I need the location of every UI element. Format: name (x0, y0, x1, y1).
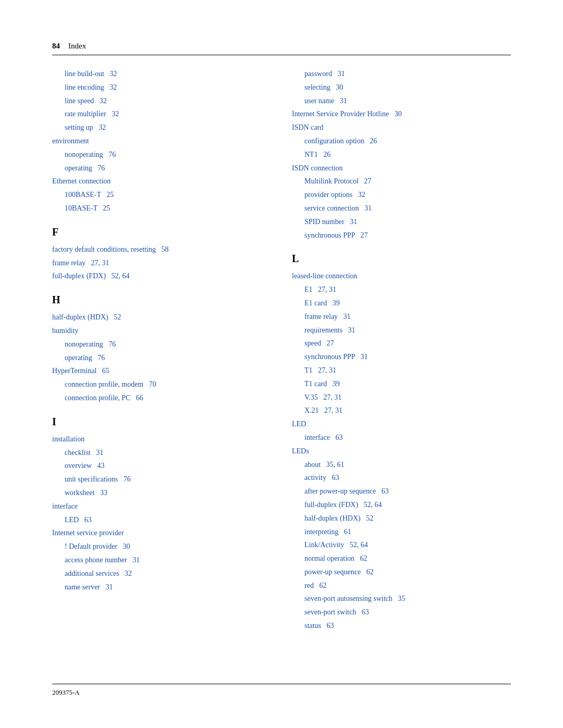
page-header: 84 Index (52, 42, 511, 55)
index-link[interactable]: seven-port autosensing switch 35 (304, 595, 405, 602)
index-link[interactable]: configuration option 26 (304, 137, 377, 145)
index-link[interactable]: synchronous PPP 27 (304, 231, 368, 239)
index-link[interactable]: LED 63 (65, 516, 92, 524)
list-item: seven-port switch 63 (304, 606, 511, 619)
index-link[interactable]: provider options 32 (304, 191, 365, 199)
list-item: unit specifications 76 (65, 473, 261, 486)
index-link[interactable]: ISDN card (292, 124, 323, 131)
index-link[interactable]: Multilink Protocol 27 (304, 177, 371, 185)
index-link[interactable]: Internet service provider (52, 529, 124, 537)
index-link[interactable]: service connection 31 (304, 204, 372, 212)
list-item: humidity (52, 325, 261, 337)
list-item: half-duplex (HDX) 52 (52, 311, 261, 324)
index-link[interactable]: additional services 32 (65, 570, 132, 577)
list-item: Multilink Protocol 27 (304, 175, 511, 188)
index-link[interactable]: connection profile, modem 70 (65, 380, 156, 388)
index-link[interactable]: selecting 30 (304, 83, 343, 91)
index-link[interactable]: ! Default provider 30 (65, 542, 130, 550)
index-link[interactable]: line encoding 32 (65, 83, 117, 91)
list-item: V.35 27, 31 (304, 391, 511, 404)
index-link[interactable]: name server 31 (65, 583, 113, 591)
index-link[interactable]: requirements 31 (304, 326, 356, 334)
index-link[interactable]: worksheet 33 (65, 489, 107, 497)
index-link[interactable]: full-duplex (FDX) 52, 64 (52, 272, 130, 280)
list-item: line encoding 32 (65, 81, 261, 94)
index-link[interactable]: access phone number 31 (65, 556, 140, 564)
index-link[interactable]: V.35 27, 31 (304, 393, 341, 401)
index-link[interactable]: rate multiplier 32 (65, 110, 119, 118)
index-link[interactable]: unit specifications 76 (65, 475, 131, 483)
index-link[interactable]: installation (52, 435, 84, 443)
index-link[interactable]: interface 63 (304, 434, 342, 441)
index-link[interactable]: operating 76 (65, 354, 105, 362)
list-item: ! Default provider 30 (65, 540, 261, 553)
index-link[interactable]: factory default conditions, resetting 58 (52, 245, 169, 253)
list-item: worksheet 33 (65, 487, 261, 499)
index-link[interactable]: Internet Service Provider Hotline 30 (292, 110, 402, 118)
list-item: LEDs (292, 445, 511, 458)
list-item: operating 76 (65, 162, 261, 175)
index-link[interactable]: leased-line connection (292, 272, 358, 280)
list-item: installation (52, 433, 261, 446)
index-link[interactable]: full-duplex (FDX) 52, 64 (304, 501, 382, 509)
list-item: Internet service provider (52, 527, 261, 539)
index-link[interactable]: humidity (52, 327, 79, 335)
index-link[interactable]: T1 card 39 (304, 380, 340, 388)
index-link[interactable]: half-duplex (HDX) 52 (304, 514, 373, 522)
index-link[interactable]: password 31 (304, 70, 345, 78)
list-item: factory default conditions, resetting 58 (52, 243, 261, 256)
list-item: name server 31 (65, 581, 261, 594)
list-item: seven-port autosensing switch 35 (304, 593, 511, 605)
index-link[interactable]: line speed 32 (65, 97, 107, 105)
index-link[interactable]: Link/Activity 52, 64 (304, 541, 368, 549)
index-link[interactable]: setting up 32 (65, 124, 106, 131)
index-link[interactable]: normal operation 62 (304, 554, 368, 562)
footer-text: 209375-A (52, 688, 80, 696)
index-link[interactable]: speed 27 (304, 339, 334, 347)
index-link[interactable]: environment (52, 137, 89, 145)
index-link[interactable]: Ethernet connection (52, 177, 111, 185)
index-link[interactable]: HyperTerminal 65 (52, 367, 109, 375)
index-link[interactable]: 10BASE-T 25 (65, 204, 110, 212)
list-item: interpreting 61 (304, 526, 511, 538)
index-link[interactable]: frame relay 27, 31 (52, 259, 109, 267)
pre-section-left: line build-out 32 line encoding 32 line … (52, 68, 261, 215)
index-link[interactable]: checklist 31 (65, 449, 103, 456)
index-link[interactable]: E1 card 39 (304, 299, 340, 307)
index-link[interactable]: LEDs (292, 447, 309, 455)
index-link[interactable]: after power-up sequence 63 (304, 487, 389, 495)
index-link[interactable]: LED (292, 420, 306, 428)
index-link[interactable]: interface (52, 502, 78, 510)
index-link[interactable]: nonoperating 76 (65, 340, 116, 348)
list-item: 10BASE-T 25 (65, 202, 261, 215)
index-link[interactable]: X.21 27, 31 (304, 406, 342, 414)
index-link[interactable]: line build-out 32 (65, 70, 117, 78)
page-footer: 209375-A (52, 684, 511, 697)
index-link[interactable]: power-up sequence 62 (304, 568, 374, 576)
index-link[interactable]: status 63 (304, 622, 334, 630)
index-link[interactable]: frame relay 31 (304, 313, 351, 320)
index-link[interactable]: connection profile, PC 66 (65, 394, 143, 402)
index-link[interactable]: activity 63 (304, 474, 339, 482)
index-link[interactable]: overview 43 (65, 462, 105, 470)
index-link[interactable]: operating 76 (65, 164, 105, 172)
index-link[interactable]: red 62 (304, 582, 326, 589)
index-link[interactable]: synchronous PPP 31 (304, 353, 368, 361)
index-link[interactable]: E1 27, 31 (304, 286, 336, 293)
index-link[interactable]: SPID number 31 (304, 218, 357, 226)
list-item: line build-out 32 (65, 68, 261, 80)
index-link[interactable]: 100BASE-T 25 (65, 191, 114, 199)
index-link[interactable]: about 35, 61 (304, 461, 345, 468)
index-link[interactable]: NT1 26 (304, 151, 331, 158)
index-link[interactable]: interpreting 61 (304, 528, 351, 536)
index-link[interactable]: ISDN connection (292, 164, 343, 172)
index-link[interactable]: T1 27, 31 (304, 366, 336, 374)
index-link[interactable]: user name 31 (304, 97, 347, 105)
section-letter-h: H (52, 294, 261, 306)
list-item: overview 43 (65, 460, 261, 472)
index-link[interactable]: nonoperating 76 (65, 151, 116, 158)
list-item: NT1 26 (304, 149, 511, 161)
list-item: user name 31 (304, 95, 511, 107)
index-link[interactable]: half-duplex (HDX) 52 (52, 313, 121, 321)
index-link[interactable]: seven-port switch 63 (304, 608, 369, 616)
